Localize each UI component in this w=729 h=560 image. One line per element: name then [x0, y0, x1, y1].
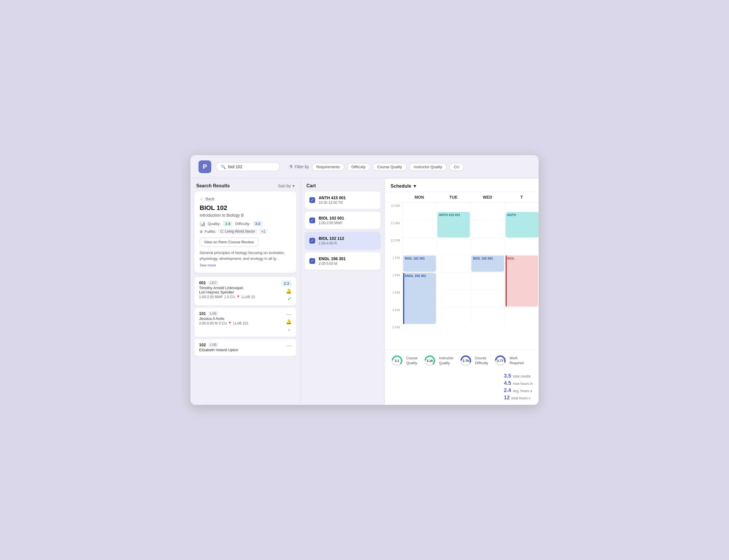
time-label: 10 AM: [385, 203, 402, 220]
cart-course-name: ANTH 415 001: [319, 195, 376, 200]
location-pin-icon: 📍: [236, 295, 240, 299]
remove-icon[interactable]: —: [286, 342, 292, 349]
chevron-down-icon: ▾: [292, 184, 294, 188]
cart-item: ✓ BIOL 102 112 1:00-4:00 R: [305, 232, 381, 249]
course-title: BIOL 102: [200, 204, 291, 212]
stat-course-quality: 3.1 CourseQuality: [391, 354, 418, 367]
stat-work-required: 2.77 WorkRequired: [494, 354, 524, 367]
cart-course-name: BIOL 102 112: [319, 236, 376, 241]
stat-label: CourseDifficulty: [475, 356, 488, 366]
cart-checkbox[interactable]: ✓: [309, 197, 315, 203]
view-pcr-button[interactable]: View on Penn Course Review: [200, 238, 258, 247]
donut-label: 2.78: [463, 359, 469, 363]
see-more-link[interactable]: See more: [200, 263, 216, 267]
cart-item: ✓ BIOL 102 001 1:00-2:00 MWF: [305, 212, 381, 229]
filter-difficulty[interactable]: Difficulty: [347, 163, 370, 171]
cart-panel: Cart ✓ ANTH 415 001 10:30-12:00 TR ✓ BIO…: [301, 179, 385, 405]
cart-checkbox[interactable]: ✓: [309, 218, 315, 223]
day-header-wed: WED: [471, 192, 505, 202]
section-list: 001 LEC Timothy Arnold Linksvayer,Lori H…: [194, 277, 296, 358]
schedule-title: Schedule: [391, 184, 411, 189]
event-bar: [403, 273, 404, 324]
filter-course-quality[interactable]: Course Quality: [373, 163, 407, 171]
time-label: 3 PM: [385, 290, 402, 307]
calendar-event-anth-tue: ANTH 415 001: [437, 212, 470, 238]
time-label: 5 PM: [385, 325, 402, 342]
bell-icon[interactable]: 🔔: [286, 319, 292, 325]
chevron-down-icon: ▾: [414, 183, 416, 189]
day-col-tue: ANTH 415 001: [437, 203, 471, 325]
section-row: 001 LEC Timothy Arnold Linksvayer,Lori H…: [194, 277, 296, 305]
search-bar[interactable]: 🔍: [216, 162, 280, 171]
section-row: 101 LAB Jessica A Ardis 2:00-5:00 M 0 CU…: [194, 308, 296, 337]
max-hours-num: 4.5: [504, 380, 511, 386]
filter-instructor-quality[interactable]: Instructor Quality: [410, 163, 447, 171]
donut-label: 2.77: [497, 359, 503, 363]
total-stat-row: 3.5 total credits: [504, 373, 533, 379]
main-layout: Search Results Sort by ▾ ← Back BIOL 102…: [190, 179, 539, 405]
add-icon[interactable]: ＋: [286, 326, 292, 333]
section-instructor: Timothy Arnold Linksvayer,Lori Haynes Sp…: [199, 286, 281, 294]
day-header-mon: MON: [402, 192, 437, 202]
cart-checkbox[interactable]: ✓: [309, 238, 315, 244]
day-col-wed: BIOL 102 001: [471, 203, 505, 325]
filter-label: ⚗ Filter by: [289, 164, 309, 169]
time-label: 2 PM: [385, 272, 402, 290]
calendar-event-biol-001-wed: BIOL 102 001: [471, 255, 504, 272]
stats-bar: 3.1 CourseQuality 3.16 InstructorQuality: [385, 350, 539, 405]
app-container: P 🔍 ⚗ Filter by Requirements Difficulty …: [190, 155, 539, 405]
remove-icon[interactable]: —: [286, 311, 292, 317]
section-code: 001: [199, 280, 206, 285]
total-credits-num: 3.5: [504, 373, 511, 379]
search-input[interactable]: [228, 164, 275, 169]
fulfills-icon: ⊘: [200, 229, 203, 234]
total-stat-row: 2.4 avg. hours a: [504, 387, 533, 394]
day-header-tue: TUE: [437, 192, 471, 202]
course-description: General principles of biology focusing o…: [200, 250, 291, 261]
fulfills-more: +1: [259, 229, 268, 234]
cart-course-time: 1:00-4:00 R: [319, 241, 376, 245]
donut-label: 3.16: [427, 359, 433, 363]
check-icon: ✓: [287, 296, 292, 302]
cart-item: ✓ ANTH 415 001 10:30-12:00 TR: [305, 191, 381, 209]
cart-course-name: ENGL 156 301: [319, 256, 376, 261]
cart-course-time: 10:30-12:00 TR: [319, 201, 376, 205]
badges-row: 📊 Quality: 2.6 Difficulty: 3.0: [200, 221, 291, 226]
calendar-event-anth-thu: ANTH: [506, 212, 539, 238]
filter-requirements[interactable]: Requirements: [312, 163, 344, 171]
day-col-mon: BIOL 102 001 ENGL 156 301: [402, 203, 437, 325]
total-stat-row: 12 total hours c: [504, 395, 533, 401]
back-button[interactable]: ← Back: [200, 197, 291, 201]
section-instructor: Elizabeth Ireland Upton: [199, 348, 286, 352]
stat-label: WorkRequired: [510, 356, 524, 366]
cart-course-time: 2:00-5:00 M: [319, 262, 376, 266]
avg-hours-label: avg. hours a: [513, 389, 532, 393]
bell-icon[interactable]: 🔔: [286, 288, 292, 294]
course-card: ← Back BIOL 102 Introduction to Biology …: [194, 191, 296, 273]
fulfills-tag: C: Living World Sector: [218, 229, 257, 234]
donut-label: 3.1: [395, 359, 399, 363]
cart-course-time: 1:00-2:00 MWF: [319, 221, 376, 225]
donut-course-difficulty: 2.78: [460, 354, 472, 367]
header: P 🔍 ⚗ Filter by Requirements Difficulty …: [190, 155, 539, 179]
back-arrow-icon: ←: [200, 197, 204, 201]
calendar-event-biol-001-mon: BIOL 102 001: [403, 255, 436, 272]
search-icon: 🔍: [221, 164, 226, 169]
section-code: 101: [199, 311, 206, 316]
filter-cu[interactable]: CU: [450, 163, 464, 171]
section-type: LAB: [208, 311, 218, 316]
section-time: 2:00-5:00 M 0 CU 📍 LLAB 101: [199, 321, 286, 325]
stat-instructor-quality: 3.16 InstructorQuality: [424, 354, 454, 367]
sort-by-control[interactable]: Sort by ▾: [278, 184, 294, 188]
search-panel-header: Search Results Sort by ▾: [190, 179, 300, 191]
calendar-event-engl-mon: ENGL 156 301: [403, 273, 436, 324]
cart-checkbox[interactable]: ✓: [309, 258, 315, 264]
donut-instructor-quality: 3.16: [424, 354, 436, 367]
difficulty-badge: 3.0: [253, 221, 263, 226]
calendar-grid: MON TUE WED T 10 AM 11 AM 12 PM 1 PM 2 P…: [385, 192, 539, 350]
search-results-title: Search Results: [196, 183, 230, 189]
total-stat-row: 4.5 max hours in: [504, 380, 533, 386]
time-grid: 10 AM 11 AM 12 PM 1 PM 2 PM 3 PM 4 PM 5 …: [385, 203, 539, 350]
total-hours-num: 12: [504, 395, 510, 401]
avg-hours-num: 2.4: [504, 387, 511, 394]
